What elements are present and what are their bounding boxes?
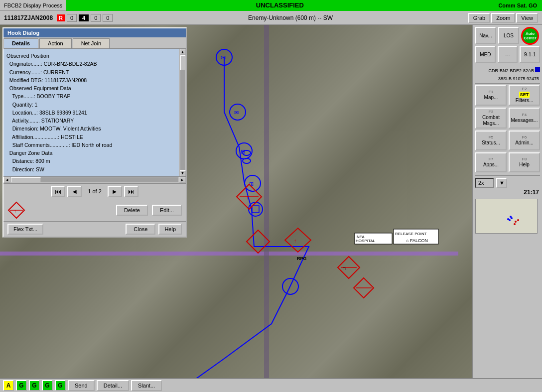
tab-action[interactable]: Action: [39, 38, 72, 48]
nav-first-button[interactable]: ⏮: [51, 186, 65, 197]
close-button[interactable]: Close: [126, 224, 155, 235]
hook-icon-row: ↑ Delete Edit...: [3, 199, 186, 221]
line-7: Quantity: 1: [6, 101, 176, 109]
f3-f4-row: F3 Combat Msgs... F4 Messages...: [475, 108, 540, 129]
hscroll-track: [11, 177, 178, 182]
line-2: Originator......: CDR-BN2-BDE2-82AB: [6, 60, 176, 68]
num-0b: 0: [91, 14, 101, 22]
map-area[interactable]: ✉ ✉ ⊞ ⊞ ↑ ↑: [0, 25, 472, 378]
letter-g4[interactable]: G: [55, 380, 66, 391]
symbol-icon: ↑: [7, 201, 25, 219]
horizontal-scrollbar[interactable]: ◄ ►: [3, 176, 186, 183]
hook-nav-row: ⏮ ◄ 1 of 2 ► ⏭: [3, 183, 186, 199]
time-display: 21:17: [475, 188, 540, 197]
unit1-row: CDR-BN2-BDE2-82AB: [475, 67, 540, 74]
zoom-value: 2x: [475, 178, 494, 188]
f4-button[interactable]: F4 Messages...: [509, 108, 540, 129]
f2-set-label: SET: [519, 92, 530, 98]
line-1: Observed Position: [6, 52, 176, 60]
main-area: ✉ ✉ ⊞ ⊞ ↑ ↑: [0, 25, 542, 378]
nav-button[interactable]: Nav...: [475, 27, 496, 44]
auto-center-label: Auto Center: [523, 31, 538, 40]
mini-map[interactable]: [475, 199, 538, 234]
hook-dialog: Hook Dialog Details Action Net Join Obse…: [2, 27, 187, 238]
scroll-left-arrow[interactable]: ◄: [3, 177, 10, 183]
page-info: 1 of 2: [84, 188, 106, 194]
zoom-controls: 2x ▼: [475, 178, 540, 188]
bottom-bar: A G G G G Send Detail... Slant...: [0, 378, 542, 392]
letter-g1[interactable]: G: [16, 380, 27, 391]
line-5: Observed Equipment Data: [6, 84, 176, 92]
hscroll-thumb[interactable]: [11, 177, 41, 182]
svg-point-42: [517, 219, 519, 221]
auto-center-button[interactable]: Auto Center: [521, 27, 540, 44]
help-button[interactable]: Help: [158, 224, 182, 235]
scroll-thumb[interactable]: [180, 55, 185, 70]
f5-button[interactable]: F5 Status...: [475, 131, 507, 150]
svg-text:↑: ↑: [14, 208, 17, 214]
nav-last-button[interactable]: ⏭: [124, 186, 138, 197]
coord1-label: 38SLB 91075 92475: [475, 75, 540, 82]
hook-dialog-title: Hook Dialog: [3, 28, 186, 37]
scroll-up-arrow[interactable]: ▲: [180, 49, 186, 55]
letter-g2[interactable]: G: [29, 380, 40, 391]
grab-button[interactable]: Grab: [468, 13, 490, 23]
edit-button[interactable]: Edit...: [152, 205, 182, 216]
scroll-track: [180, 55, 185, 170]
second-bar: 111817ZJAN2008 R 0 4 0 0 Enemy-Unknown (…: [0, 11, 542, 25]
nav-next-button[interactable]: ►: [108, 186, 122, 197]
line-13: Danger Zone Data: [6, 149, 176, 157]
line-9: Activity........ STATIONARY: [6, 117, 176, 125]
view-button[interactable]: View: [516, 13, 538, 23]
nine11-button[interactable]: 9-1-1: [520, 46, 540, 63]
slant-button[interactable]: Slant...: [131, 380, 162, 391]
hook-bottom-row: Flex Txt... Close Help: [3, 221, 186, 237]
delete-button[interactable]: Delete: [116, 205, 148, 216]
dashes-button[interactable]: ---: [498, 46, 518, 63]
svg-point-40: [511, 217, 513, 219]
f3-button[interactable]: F3 Combat Msgs...: [475, 108, 507, 129]
zoom-button[interactable]: Zoom: [491, 13, 515, 23]
flex-txt-button[interactable]: Flex Txt...: [7, 224, 43, 235]
letter-g3[interactable]: G: [42, 380, 53, 391]
svg-point-43: [514, 223, 516, 225]
scroll-down-arrow[interactable]: ▼: [180, 170, 186, 176]
vertical-scrollbar[interactable]: ▲ ▼: [179, 49, 186, 176]
line-3: Currency.......: CURRENT: [6, 68, 176, 76]
line-11: Affiliation.................: HOSTILE: [6, 133, 176, 141]
letter-a[interactable]: A: [3, 380, 14, 391]
detail-button[interactable]: Detail...: [97, 380, 129, 391]
classification-banner: UNCLASSIFIED: [66, 0, 493, 11]
nav-row: Nav... LOS Auto Center: [475, 27, 540, 44]
tab-details[interactable]: Details: [3, 38, 38, 48]
r-indicator: R: [57, 14, 65, 21]
f7-button[interactable]: F7 Apps...: [475, 152, 507, 172]
los-button[interactable]: LOS: [498, 27, 519, 44]
tab-net-join[interactable]: Net Join: [73, 38, 110, 48]
send-button[interactable]: Send: [68, 380, 95, 391]
svg-point-39: [509, 219, 511, 221]
unit-indicator: [535, 67, 540, 72]
f1-button[interactable]: F1 Map...: [475, 85, 507, 106]
med-button[interactable]: MED: [475, 46, 496, 63]
line-6: Type.......: BOOBY TRAP: [6, 92, 176, 100]
separator-1: [475, 66, 540, 66]
num-4: 4: [79, 14, 89, 21]
dtg-label: 111817ZJAN2008: [2, 14, 55, 21]
zoom-dropdown-button[interactable]: ▼: [496, 178, 507, 188]
center-status: Enemy-Unknown (600 m) -- SW: [115, 14, 466, 21]
right-panel: Nav... LOS Auto Center MED --- 9-1-1 CDR…: [472, 25, 542, 378]
scroll-right-arrow[interactable]: ►: [179, 177, 186, 183]
hook-tabs: Details Action Net Join: [3, 37, 186, 49]
num-0: 0: [67, 14, 77, 22]
mini-map-svg: [476, 199, 538, 234]
svg-rect-36: [476, 199, 538, 234]
nav-prev-button[interactable]: ◄: [67, 186, 82, 197]
hook-content: Observed Position Originator......: CDR-…: [3, 49, 179, 176]
f8-button[interactable]: F8 Help: [509, 152, 540, 172]
line-8: Location...: 38SLB 69369 91241: [6, 109, 176, 117]
separator-2: [475, 83, 540, 84]
f6-button[interactable]: F6 Admin...: [509, 131, 540, 150]
f1-f2-row: F1 Map... F2 SET Filters...: [475, 85, 540, 106]
f2-button[interactable]: F2 SET Filters...: [509, 85, 540, 106]
